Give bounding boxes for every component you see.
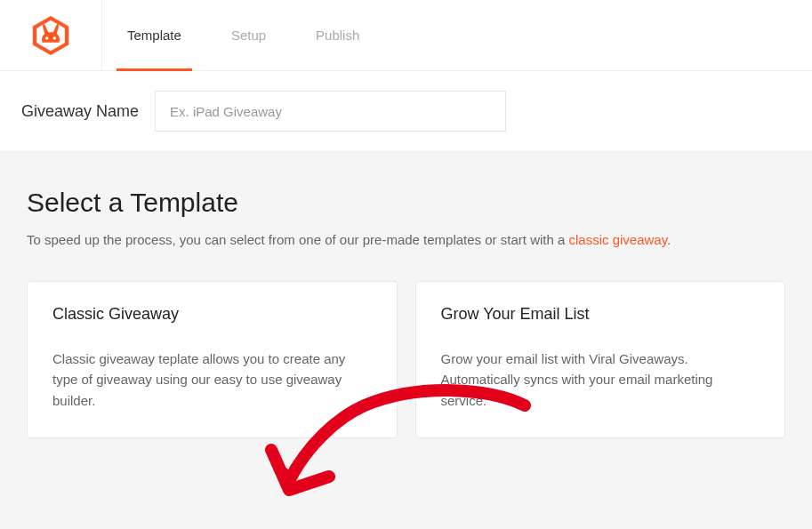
subtitle-suffix: . (667, 232, 671, 247)
tab-publish[interactable]: Publish (291, 0, 384, 70)
giveaway-name-input[interactable] (155, 91, 506, 132)
svg-point-3 (53, 36, 56, 39)
header: Template Setup Publish (0, 0, 812, 71)
tab-template[interactable]: Template (102, 0, 206, 70)
tab-setup[interactable]: Setup (206, 0, 291, 70)
card-title: Grow Your Email List (441, 305, 760, 324)
section-subtitle: To speed up the process, you can select … (27, 232, 785, 247)
giveaway-name-label: Giveaway Name (21, 102, 139, 121)
tab-label: Publish (316, 28, 359, 43)
tab-label: Template (127, 28, 181, 43)
card-classic-giveaway[interactable]: Classic Giveaway Classic giveaway teplat… (27, 281, 398, 438)
subtitle-text: To speed up the process, you can select … (27, 232, 568, 247)
tab-label: Setup (231, 28, 266, 43)
section-title: Select a Template (27, 188, 785, 218)
card-description: Grow your email list with Viral Giveaway… (441, 349, 760, 411)
classic-giveaway-link[interactable]: classic giveaway (568, 232, 667, 247)
rabbit-logo-icon (29, 14, 72, 57)
template-cards: Classic Giveaway Classic giveaway teplat… (27, 281, 785, 438)
logo (0, 0, 102, 70)
giveaway-name-bar: Giveaway Name (0, 71, 812, 152)
card-description: Classic giveaway teplate allows you to c… (52, 349, 372, 411)
content: Select a Template To speed up the proces… (0, 152, 812, 465)
card-title: Classic Giveaway (52, 305, 372, 324)
svg-point-2 (45, 36, 48, 39)
card-grow-email-list[interactable]: Grow Your Email List Grow your email lis… (415, 281, 786, 438)
tabs: Template Setup Publish (102, 0, 384, 70)
